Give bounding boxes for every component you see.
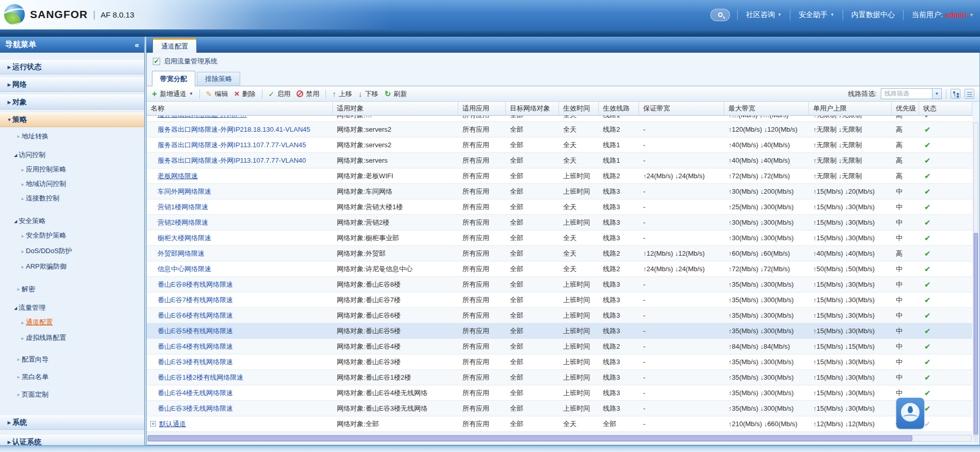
sidebar-item-安全防护策略[interactable]: ▸安全防护策略 bbox=[0, 228, 144, 243]
sidebar-item-访问控制[interactable]: ◢访问控制 bbox=[0, 148, 144, 162]
column-header-适用应用[interactable]: 适用应用 bbox=[458, 102, 506, 116]
sidebar-item-地域访问控制[interactable]: ▸地域访问控制 bbox=[0, 177, 144, 191]
table-row[interactable]: 车间外网网络限速网络对象:车间网络所有应用全部上班时间线路3-↑30(Mb/s)… bbox=[147, 184, 972, 199]
sidebar-item-应用控制策略[interactable]: ▸应用控制策略 bbox=[0, 162, 144, 177]
sidebar-item-策略[interactable]: ▼策略 bbox=[0, 113, 144, 127]
channel-name-link[interactable]: 信息中心网络限速 bbox=[158, 261, 211, 276]
table-row[interactable]: 番山E谷6楼有线网络限速网络对象:番山E谷6楼所有应用全部上班时间线路3-↑35… bbox=[147, 308, 972, 323]
sidebar-item-通道配置[interactable]: ▸通道配置 bbox=[0, 315, 144, 330]
expand-icon[interactable]: + bbox=[150, 421, 156, 427]
channel-name-link[interactable]: 服务器出口网络限速-外网IP113.107.7.77-VLAN45 bbox=[158, 137, 306, 152]
table-row[interactable]: 番山E谷4楼无线网络限速网络对象:番山E谷4楼无线网络所有应用全部上班时间线路3… bbox=[147, 385, 972, 401]
table-row[interactable]: 外贸部网络限速网络对象:外贸部所有应用全部全天线路2↑12(Mb/s) ↓12(… bbox=[147, 246, 972, 261]
table-row[interactable]: 番山E谷7楼有线网络限速网络对象:番山E谷7楼所有应用全部上班时间线路3-↑35… bbox=[147, 292, 972, 308]
sidebar-item-运行状态[interactable]: ▶运行状态 bbox=[0, 60, 144, 74]
sidebar-item-地址转换[interactable]: ▸地址转换 bbox=[0, 129, 144, 144]
enable-traffic-mgmt-checkbox[interactable]: ✔ bbox=[153, 58, 160, 65]
启用-button[interactable]: ✓启用 bbox=[269, 89, 291, 99]
编辑-button[interactable]: ✎编辑 bbox=[206, 89, 228, 99]
column-header-状态[interactable]: 状态 bbox=[919, 102, 972, 116]
channel-name-link[interactable]: 番山E谷7楼有线网络限速 bbox=[158, 292, 233, 307]
sidebar-item-页面定制[interactable]: ▸页面定制 bbox=[0, 387, 144, 402]
sidebar-item-DoS/DDoS防护[interactable]: ▸DoS/DDoS防护 bbox=[0, 244, 144, 258]
table-row[interactable]: 番山E谷3楼无线网络限速网络对象:番山E谷3楼无线网络所有应用全部上班时间线路3… bbox=[147, 401, 972, 416]
column-header-适用对象[interactable]: 适用对象 bbox=[333, 102, 458, 116]
channel-name-link[interactable]: 车间外网网络限速 bbox=[158, 184, 211, 199]
table-row[interactable]: 营销2楼网络限速网络对象:营销2楼所有应用全部上班时间线路3-↑30(Mb/s)… bbox=[147, 215, 972, 230]
channel-name-link[interactable]: 番山E谷3楼无线网络限速 bbox=[158, 401, 233, 416]
table-row[interactable]: 服务器出口网络限速-外网IP113.107.7.77-VLAN45网络对象:se… bbox=[147, 137, 972, 153]
channel-name-link[interactable]: 橱柜大楼网络限速 bbox=[158, 230, 211, 245]
上移-button[interactable]: ↑上移 bbox=[332, 89, 352, 99]
collapse-sidebar-icon[interactable]: « bbox=[135, 40, 139, 49]
vertical-scrollbar[interactable] bbox=[973, 122, 978, 435]
table-row[interactable]: +默认通道网络对象:全部所有应用全部全天全部-↑210(Mb/s) ↓660(M… bbox=[147, 416, 972, 432]
list-view-button[interactable] bbox=[965, 89, 974, 99]
刷新-button[interactable]: ↻刷新 bbox=[384, 89, 407, 99]
sidebar-item-黑白名单[interactable]: ▸黑白名单 bbox=[0, 370, 144, 384]
sidebar-item-解密[interactable]: ▸解密 bbox=[0, 282, 144, 297]
horizontal-scrollbar[interactable] bbox=[147, 435, 972, 442]
banner-menu-1[interactable]: 社区咨询▼ bbox=[745, 10, 783, 20]
sidebar-item-系统[interactable]: ▶系统 bbox=[0, 415, 144, 430]
current-user[interactable]: 当前用户: admin ▼ bbox=[911, 10, 975, 20]
table-row[interactable]: 服务器出口网络限速-外网IP218.18.130.41-VLAN45网络对象:s… bbox=[147, 122, 972, 137]
table-row[interactable]: 番山E谷1楼2楼有线网络限速网络对象:番山E谷1楼2楼所有应用全部上班时间线路3… bbox=[147, 370, 972, 385]
channel-name-link[interactable]: 番山E谷6楼有线网络限速 bbox=[158, 308, 233, 323]
sidebar-item-网络[interactable]: ▶网络 bbox=[0, 77, 144, 92]
删除-button[interactable]: ×删除 bbox=[235, 89, 256, 99]
channel-name-link[interactable]: 番山E谷4楼无线网络限速 bbox=[158, 385, 233, 400]
column-header-优先级[interactable]: 优先级 bbox=[892, 102, 919, 116]
column-header-名称[interactable]: 名称 bbox=[147, 102, 333, 116]
channel-name-link[interactable]: 番山E谷8楼有线网络限速 bbox=[158, 277, 233, 292]
新增通道-button[interactable]: +新增通道▼ bbox=[152, 89, 193, 99]
column-header-最大带宽[interactable]: 最大带宽 bbox=[724, 102, 809, 116]
subtab-带宽分配[interactable]: 带宽分配 bbox=[152, 71, 195, 86]
sidebar-item-流量管理[interactable]: ◢流量管理 bbox=[0, 301, 144, 315]
channel-name-link[interactable]: 番山E谷3楼有线网络限速 bbox=[158, 354, 233, 369]
column-header-保证带宽[interactable]: 保证带宽 bbox=[639, 102, 724, 116]
table-row[interactable]: 番山E谷8楼有线网络限速网络对象:番山E谷8楼所有应用全部上班时间线路3-↑35… bbox=[147, 277, 972, 292]
channel-name-link[interactable]: 番山E谷5楼有线网络限速 bbox=[158, 323, 233, 338]
table-row[interactable]: 番山E谷4楼有线网络限速网络对象:番山E谷4楼所有应用全部上班时间线路2-↑84… bbox=[147, 339, 972, 354]
column-header-生效线路[interactable]: 生效线路 bbox=[599, 102, 639, 116]
channel-name-link[interactable]: 番山E谷1楼2楼有线网络限速 bbox=[158, 370, 243, 385]
column-header-生效时间[interactable]: 生效时间 bbox=[559, 102, 599, 116]
vertical-scrollbar-thumb[interactable] bbox=[974, 233, 978, 434]
sidebar-item-ARP欺骗防御[interactable]: ▸ARP欺骗防御 bbox=[0, 259, 144, 274]
channel-name-link[interactable]: 番山E谷4楼有线网络限速 bbox=[158, 339, 233, 354]
sidebar-item-安全策略[interactable]: ◢安全策略 bbox=[0, 214, 144, 228]
sidebar-item-配置向导[interactable]: ▸配置向导 bbox=[0, 352, 144, 367]
tab-channel-config[interactable]: 通道配置 bbox=[152, 38, 197, 53]
下移-button[interactable]: ↓下移 bbox=[359, 89, 379, 99]
table-row[interactable]: 橱柜大楼网络限速网络对象:橱柜事业部所有应用全部全天线路3-↑30(Mb/s) … bbox=[147, 230, 972, 246]
banner-menu-2[interactable]: 安全助手▼ bbox=[798, 10, 835, 20]
table-row[interactable]: 营销1楼网络限速网络对象:营销大楼1楼所有应用全部全天线路3-↑25(Mb/s)… bbox=[147, 199, 972, 215]
table-row[interactable]: 番山E谷3楼有线网络限速网络对象:番山E谷3楼所有应用全部上班时间线路3-↑35… bbox=[147, 354, 972, 370]
line-filter-select[interactable]: 线路筛选 ▼ bbox=[881, 88, 942, 99]
column-header-单用户上限[interactable]: 单用户上限 bbox=[809, 102, 892, 116]
channel-name-link[interactable]: 营销2楼网络限速 bbox=[158, 215, 208, 230]
horizontal-scrollbar-thumb[interactable] bbox=[148, 435, 912, 441]
support-widget-button[interactable] bbox=[896, 398, 924, 429]
禁用-button[interactable]: 禁用 bbox=[297, 89, 319, 99]
channel-name-link[interactable]: 老板网络限速 bbox=[158, 168, 198, 183]
sidebar-item-虚拟线路配置[interactable]: ▸虚拟线路配置 bbox=[0, 331, 144, 345]
table-row[interactable]: 老板网络限速网络对象:老板WIFI所有应用全部上班时间线路2↑24(Mb/s) … bbox=[147, 168, 972, 184]
table-row[interactable]: 信息中心网络限速网络对象:诗尼曼信息中心所有应用全部全天线路2↑24(Mb/s)… bbox=[147, 261, 972, 277]
channel-name-link[interactable]: 默认通道 bbox=[159, 416, 186, 431]
subtab-排除策略[interactable]: 排除策略 bbox=[197, 72, 240, 86]
table-row[interactable]: 番山E谷5楼有线网络限速网络对象:番山E谷5楼所有应用全部上班时间线路3-↑35… bbox=[147, 323, 972, 339]
sidebar-item-对象[interactable]: ▶对象 bbox=[0, 95, 144, 110]
channel-name-link[interactable]: 营销1楼网络限速 bbox=[158, 199, 208, 214]
sidebar-item-连接数控制[interactable]: ▸连接数控制 bbox=[0, 191, 144, 206]
table-row[interactable]: 服务器出口网络限速-外网IP…网络对象:…所有应用全部全天线路1-↑…(Mb/s… bbox=[147, 116, 972, 122]
tree-view-button[interactable] bbox=[951, 89, 960, 99]
channel-name-link[interactable]: 服务器出口网络限速-外网IP113.107.7.77-VLAN40 bbox=[158, 153, 306, 168]
channel-name-link[interactable]: 服务器出口网络限速-外网IP218.18.130.41-VLAN45 bbox=[158, 122, 310, 137]
banner-menu-3[interactable]: 内置数据中心 bbox=[850, 10, 896, 20]
column-header-目标网络对象[interactable]: 目标网络对象 bbox=[506, 102, 559, 116]
search-button[interactable] bbox=[710, 9, 730, 21]
channel-name-link[interactable]: 服务器出口网络限速-外网IP… bbox=[158, 116, 247, 121]
table-row[interactable]: 服务器出口网络限速-外网IP113.107.7.77-VLAN40网络对象:se… bbox=[147, 153, 972, 168]
